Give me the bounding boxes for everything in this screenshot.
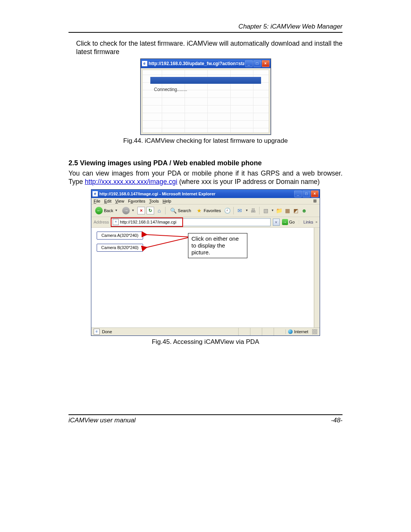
annotation-callout: Click on either one to display the pictu… — [188, 233, 247, 258]
page-footer: iCAMView user manual -48- — [68, 417, 342, 424]
favorites-star-icon: ★ — [196, 207, 202, 214]
window-titlebar: e http://192.168.0.30/update_fw.cgi?acti… — [141, 59, 271, 68]
favorites-button[interactable]: ★ Favorites — [194, 206, 222, 215]
mail-caret-icon: ▼ — [245, 209, 248, 212]
history-button[interactable]: 🕘 — [224, 207, 231, 214]
figure-44-caption: Fig.44. iCAMView checking for latest fir… — [68, 137, 342, 145]
ie-titlebar: e http://192.168.0.147/image.cgi - Micro… — [91, 190, 320, 198]
page-header: Chapter 5: iCAMView Web Manager — [68, 23, 342, 30]
example-url-link[interactable]: http://xxx.xxx.xxx.xxx/image.cgi — [85, 178, 177, 185]
go-button[interactable]: → Go — [282, 219, 295, 225]
figure-45-caption: Fig.45. Accessing iCAMView via PDA — [68, 338, 342, 346]
back-arrow-icon: ← — [95, 207, 103, 214]
header-rule — [68, 32, 342, 33]
globe-icon — [288, 329, 293, 334]
windows-logo-icon: ⊞ — [311, 198, 319, 205]
status-cell-4 — [274, 328, 283, 335]
search-button[interactable]: 🔍 Search — [168, 206, 193, 215]
menu-favorites[interactable]: Favorites — [128, 199, 145, 203]
ie-menubar: File Edit View Favorites Tools Help ⊞ — [91, 198, 320, 204]
ie-close-button[interactable]: × — [311, 190, 319, 197]
address-dropdown-button[interactable]: v — [273, 219, 280, 226]
footer-left: iCAMView user manual — [68, 417, 135, 424]
menu-edit[interactable]: Edit — [104, 199, 112, 203]
back-label: Back — [104, 208, 113, 213]
window-body: Connecting........ — [142, 70, 269, 133]
footer-page-number: -48- — [331, 417, 342, 424]
menu-help[interactable]: Help — [162, 199, 171, 203]
search-label: Search — [178, 208, 191, 213]
section-2-5-title: 2.5 Viewing images using PDA / Web enabl… — [68, 159, 342, 167]
ie-content-area: Camera A(320*240) Camera B(320*240) Clic… — [91, 228, 320, 328]
ie-page-icon: e — [142, 61, 147, 66]
intro-paragraph-2: You can view images from your PDA or mob… — [68, 169, 342, 186]
status-internet-text: Internet — [294, 329, 308, 334]
page-icon: e — [113, 219, 119, 225]
window-title: http://192.168.0.30/update_fw.cgi?action… — [149, 61, 244, 66]
ie-maximize-button[interactable]: □ — [303, 190, 310, 197]
extra-button-1[interactable]: ▦ — [284, 207, 291, 214]
address-url-text: http://192.168.0.147/image.cgi — [120, 220, 176, 224]
done-page-icon: e — [94, 329, 100, 335]
status-zone: Internet — [285, 329, 308, 334]
mail-button[interactable]: ✉ — [236, 207, 243, 214]
ie-status-bar: e Done Internet — [91, 328, 320, 335]
forward-arrow-icon: → — [122, 207, 130, 214]
favorites-label: Favorites — [204, 208, 221, 213]
go-label: Go — [289, 220, 295, 224]
edit-button[interactable]: ▧ — [262, 207, 269, 214]
toolbar-separator — [165, 207, 166, 214]
annotation-arrows-icon — [141, 229, 190, 256]
address-label: Address — [94, 220, 109, 224]
stop-button[interactable]: × — [137, 207, 145, 214]
ie-window-title: http://192.168.0.147/image.cgi - Microso… — [99, 192, 293, 196]
status-cell-1 — [238, 328, 248, 335]
intro-paragraph-1: Click to check for the latest firmware. … — [76, 40, 342, 56]
ie-toolbar: ← Back ▼ → ▼ × ↻ ⌂ 🔍 Search ★ Favorites … — [91, 204, 320, 217]
folder-button[interactable]: 📁 — [276, 207, 282, 214]
close-button[interactable]: × — [262, 60, 269, 67]
print-button[interactable]: 🖶 — [250, 207, 256, 214]
menu-file[interactable]: File — [94, 199, 100, 203]
messenger-button[interactable]: ☻ — [301, 207, 307, 214]
svg-line-0 — [146, 235, 188, 237]
links-chevron-icon[interactable]: » — [315, 220, 317, 224]
status-done-text: Done — [102, 329, 112, 334]
resize-grip-icon[interactable] — [312, 329, 317, 334]
search-icon: 🔍 — [170, 207, 177, 214]
go-arrow-icon: → — [282, 219, 288, 225]
back-button[interactable]: ← Back ▼ — [94, 206, 119, 215]
footer-rule — [68, 414, 342, 415]
ie-browser-window: e http://192.168.0.147/image.cgi - Micro… — [91, 189, 320, 336]
forward-button[interactable]: → ▼ — [121, 206, 136, 215]
home-button[interactable]: ⌂ — [156, 207, 162, 214]
camera-b-button[interactable]: Camera B(320*240) — [97, 244, 143, 252]
back-dropdown-caret-icon: ▼ — [115, 209, 118, 212]
address-field[interactable]: e http://192.168.0.147/image.cgi — [111, 218, 270, 226]
ie-app-icon: e — [92, 191, 98, 197]
addrbar-separator: ⋮ — [297, 220, 301, 225]
links-label[interactable]: Links — [303, 220, 313, 224]
extra-button-2[interactable]: ◩ — [292, 207, 299, 214]
forward-dropdown-caret-icon: ▼ — [131, 209, 134, 212]
ie-address-bar: Address e http://192.168.0.147/image.cgi… — [91, 217, 320, 228]
status-text: Connecting........ — [154, 87, 187, 92]
intro2-text-b: (where xxx is your IP address or Domain … — [177, 178, 320, 185]
progress-bar — [150, 77, 261, 84]
camera-a-button[interactable]: Camera A(320*240) — [97, 232, 143, 240]
maximize-button[interactable]: □ — [253, 60, 261, 67]
ie-minimize-button[interactable]: _ — [294, 190, 302, 197]
menu-view[interactable]: View — [115, 199, 124, 203]
minimize-button[interactable]: _ — [245, 60, 253, 67]
edit-caret-icon: ▼ — [271, 209, 274, 212]
status-cell-2 — [250, 328, 260, 335]
svg-line-1 — [146, 238, 188, 248]
refresh-button[interactable]: ↻ — [147, 207, 154, 214]
firmware-update-window: e http://192.168.0.30/update_fw.cgi?acti… — [140, 59, 271, 135]
toolbar-separator-2 — [233, 207, 234, 214]
toolbar-separator-3 — [259, 207, 260, 214]
status-cell-3 — [262, 328, 271, 335]
menu-tools[interactable]: Tools — [149, 199, 159, 203]
